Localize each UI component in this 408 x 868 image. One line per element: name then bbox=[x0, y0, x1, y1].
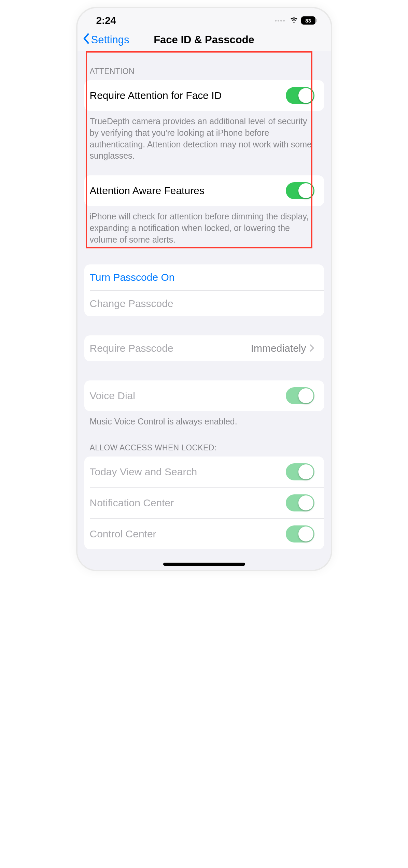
control-center-label: Control Center bbox=[90, 528, 156, 540]
settings-content: ATTENTION Require Attention for Face ID … bbox=[78, 51, 331, 570]
wifi-icon bbox=[290, 16, 298, 25]
row-require-attention[interactable]: Require Attention for Face ID bbox=[84, 80, 324, 111]
back-button[interactable]: Settings bbox=[83, 33, 129, 46]
voice-dial-toggle[interactable] bbox=[286, 387, 314, 404]
nav-title: Face ID & Passcode bbox=[154, 34, 254, 46]
require-passcode-label: Require Passcode bbox=[90, 343, 173, 354]
voice-dial-label: Voice Dial bbox=[90, 390, 135, 402]
group-require-passcode: Require Passcode Immediately bbox=[84, 335, 324, 361]
group-passcode: Turn Passcode On Change Passcode bbox=[84, 264, 324, 316]
row-control-center[interactable]: Control Center bbox=[90, 518, 324, 549]
row-turn-passcode-on[interactable]: Turn Passcode On bbox=[84, 264, 324, 290]
battery-icon: 83 bbox=[301, 16, 317, 25]
chevron-right-icon bbox=[310, 343, 314, 354]
device-frame: 2:24 83 Settings bbox=[76, 7, 332, 571]
group-require-attention: Require Attention for Face ID bbox=[84, 80, 324, 111]
row-voice-dial[interactable]: Voice Dial bbox=[84, 380, 324, 411]
require-attention-footer: TrueDepth camera provides an additional … bbox=[78, 111, 331, 162]
row-change-passcode: Change Passcode bbox=[90, 290, 324, 316]
voice-dial-footer: Music Voice Control is always enabled. bbox=[78, 411, 331, 428]
battery-level: 83 bbox=[301, 16, 315, 25]
status-icons: 83 bbox=[275, 16, 317, 25]
section-header-allow-access: ALLOW ACCESS WHEN LOCKED: bbox=[78, 428, 331, 457]
row-notification-center[interactable]: Notification Center bbox=[90, 487, 324, 518]
today-view-toggle[interactable] bbox=[286, 463, 314, 480]
group-attention-aware: Attention Aware Features bbox=[84, 175, 324, 206]
status-time: 2:24 bbox=[96, 15, 116, 26]
row-require-passcode[interactable]: Require Passcode Immediately bbox=[84, 335, 324, 361]
chevron-left-icon bbox=[83, 33, 90, 46]
home-indicator[interactable] bbox=[163, 563, 245, 566]
back-label: Settings bbox=[91, 34, 129, 46]
require-passcode-value-wrap: Immediately bbox=[251, 343, 314, 354]
require-attention-toggle[interactable] bbox=[286, 87, 314, 104]
control-center-toggle[interactable] bbox=[286, 525, 314, 542]
row-today-view[interactable]: Today View and Search bbox=[84, 457, 324, 487]
attention-aware-footer: iPhone will check for attention before d… bbox=[78, 206, 331, 245]
require-passcode-value: Immediately bbox=[251, 343, 306, 354]
turn-passcode-on-label: Turn Passcode On bbox=[90, 272, 175, 283]
attention-aware-toggle[interactable] bbox=[286, 182, 314, 199]
require-attention-label: Require Attention for Face ID bbox=[90, 90, 222, 101]
change-passcode-label: Change Passcode bbox=[90, 298, 173, 309]
notification-center-toggle[interactable] bbox=[286, 494, 314, 511]
section-header-attention: ATTENTION bbox=[78, 51, 331, 80]
group-allow-access: Today View and Search Notification Cente… bbox=[84, 457, 324, 549]
today-view-label: Today View and Search bbox=[90, 466, 197, 478]
nav-bar: Settings Face ID & Passcode bbox=[78, 30, 331, 51]
status-bar: 2:24 83 bbox=[78, 8, 331, 30]
status-dots bbox=[275, 20, 285, 21]
group-voice-dial: Voice Dial bbox=[84, 380, 324, 411]
row-attention-aware[interactable]: Attention Aware Features bbox=[84, 175, 324, 206]
screen: 2:24 83 Settings bbox=[78, 8, 331, 570]
attention-aware-label: Attention Aware Features bbox=[90, 185, 205, 197]
notification-center-label: Notification Center bbox=[90, 497, 174, 509]
